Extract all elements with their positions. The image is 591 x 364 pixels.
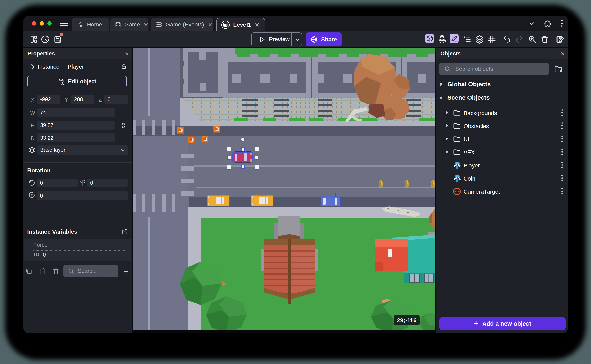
svg-text:3D: 3D xyxy=(61,82,64,85)
svg-text:29;-116: 29;-116 xyxy=(397,317,417,324)
